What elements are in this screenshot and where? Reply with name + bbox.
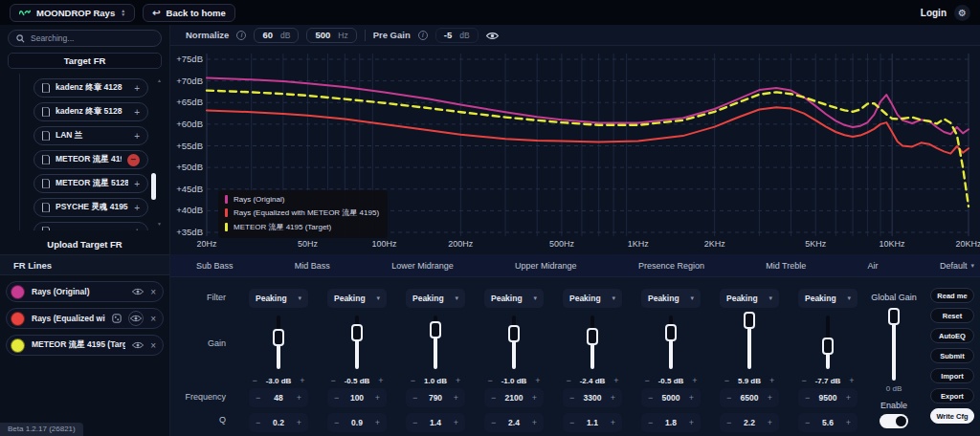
gain-plus-button[interactable]: + [692,376,697,385]
filter-type-select[interactable]: Peaking▾ [563,289,622,308]
frequency-stepper[interactable]: −48+ [249,388,308,407]
gain-plus-button[interactable]: + [849,376,854,385]
q-minus-button[interactable]: − [648,418,653,427]
frequency-plus-button[interactable]: + [611,393,615,403]
add-target-button[interactable]: + [134,83,140,94]
submit-button[interactable]: Submit [930,348,974,363]
slider-thumb[interactable] [351,324,363,341]
q-stepper[interactable]: −1.4+ [406,413,465,432]
scroll-down-icon[interactable]: ▼ [156,221,163,227]
q-minus-button[interactable]: − [334,418,339,427]
slider-thumb[interactable] [587,328,598,345]
add-target-button[interactable]: + [134,131,140,142]
fr-line-item[interactable]: Rays (Equalized with MET...× [6,308,164,329]
palette-icon[interactable] [112,314,122,323]
frequency-plus-button[interactable]: + [689,393,694,403]
q-plus-button[interactable]: + [846,418,851,427]
q-plus-button[interactable]: + [375,418,380,427]
gain-plus-button[interactable]: + [300,376,304,385]
q-plus-button[interactable]: + [454,418,458,427]
frequency-minus-button[interactable]: − [805,393,810,403]
gain-minus-button[interactable]: − [330,376,335,385]
filter-type-select[interactable]: Peaking▾ [798,289,858,308]
preset-select[interactable]: Default▾ [940,261,974,271]
visibility-eye-icon[interactable] [132,288,144,295]
gain-slider[interactable] [563,312,622,373]
target-item[interactable]: PSYCHE 灵魂 4195+ [33,198,148,217]
frequency-minus-button[interactable]: − [412,393,417,403]
gain-plus-button[interactable]: + [456,376,460,385]
read-me-button[interactable]: Read me [930,288,974,303]
q-plus-button[interactable]: + [297,418,301,427]
add-target-button[interactable]: + [134,107,140,118]
gain-slider[interactable] [249,312,308,373]
gain-slider[interactable] [484,312,544,373]
frequency-stepper[interactable]: −790+ [406,388,465,407]
frequency-plus-button[interactable]: + [454,393,458,403]
target-item[interactable]: LAN 兰+ [33,126,148,145]
normalize-db-input[interactable]: 60 dB [254,28,299,43]
brand-selector[interactable]: MOONDROP Rays ▲▼ [10,4,135,22]
gain-minus-button[interactable]: − [724,376,729,385]
slider-thumb[interactable] [822,338,834,355]
frequency-plus-button[interactable]: + [297,393,301,403]
gain-minus-button[interactable]: − [252,376,256,385]
q-minus-button[interactable]: − [412,418,417,427]
search-input[interactable] [31,33,153,43]
q-stepper[interactable]: −1.1+ [563,413,622,432]
remove-target-button[interactable]: − [127,154,140,166]
frequency-minus-button[interactable]: − [726,393,731,403]
target-item[interactable]: kadenz 终章 4128+ [33,78,148,98]
gain-plus-button[interactable]: + [535,376,540,385]
slider-thumb[interactable] [744,312,755,329]
global-gain-slider[interactable] [880,308,908,384]
frequency-minus-button[interactable]: − [256,393,260,403]
q-stepper[interactable]: −2.4+ [484,413,544,432]
gain-slider[interactable] [406,312,465,373]
q-plus-button[interactable]: + [768,418,772,427]
close-icon[interactable]: × [150,340,156,351]
add-target-button[interactable]: + [134,227,140,231]
slider-thumb[interactable] [888,308,900,325]
frequency-minus-button[interactable]: − [648,393,653,403]
gain-minus-button[interactable]: − [801,376,806,385]
frequency-minus-button[interactable]: − [334,393,339,403]
scrollbar-thumb[interactable] [151,173,156,200]
gain-minus-button[interactable]: − [644,376,649,385]
frequency-plus-button[interactable]: + [375,393,380,403]
target-item[interactable]: METEOR 流星 5128+ [33,174,148,193]
filter-type-select[interactable]: Peaking▾ [484,289,544,308]
login-link[interactable]: Login [921,8,947,18]
frequency-stepper[interactable]: −9500+ [798,388,858,407]
frequency-stepper[interactable]: −6500+ [720,388,779,407]
pre-gain-value[interactable]: -5 [444,30,452,40]
target-item[interactable]: kadenz 终章 5128+ [33,102,148,121]
frequency-plus-button[interactable]: + [768,393,772,403]
visibility-eye-icon[interactable] [132,341,144,349]
q-plus-button[interactable]: + [689,418,694,427]
q-minus-button[interactable]: − [805,418,810,427]
pre-gain-input[interactable]: -5 dB [435,28,479,43]
search-box[interactable] [8,30,162,47]
filter-type-select[interactable]: Peaking▾ [720,289,779,308]
slider-thumb[interactable] [665,324,677,341]
target-item[interactable]: + [33,222,148,230]
filter-type-select[interactable]: Peaking▾ [327,289,387,308]
target-fr-button[interactable]: Target FR [8,53,162,69]
autoeq-button[interactable]: AutoEQ [930,328,974,343]
slider-thumb[interactable] [508,325,520,342]
filter-type-select[interactable]: Peaking▾ [641,289,701,308]
normalize-hz-value[interactable]: 500 [315,30,330,40]
gain-slider[interactable] [798,312,858,373]
frequency-plus-button[interactable]: + [846,393,851,403]
enable-toggle[interactable] [880,414,908,428]
q-stepper[interactable]: −0.9+ [327,413,387,432]
fr-line-item[interactable]: Rays (Original)× [6,281,164,302]
frequency-stepper[interactable]: −100+ [327,388,387,407]
import-button[interactable]: Import [930,368,974,383]
gain-plus-button[interactable]: + [769,376,774,385]
q-minus-button[interactable]: − [491,418,496,427]
add-target-button[interactable]: + [134,179,140,189]
frequency-plus-button[interactable]: + [532,393,537,403]
q-stepper[interactable]: −1.8+ [641,413,701,432]
